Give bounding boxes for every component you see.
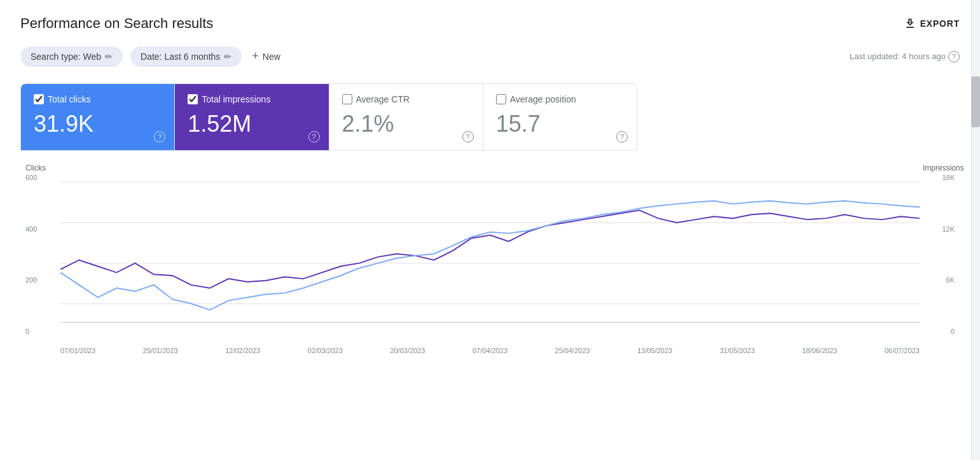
new-button[interactable]: + New: [249, 45, 283, 68]
search-type-filter[interactable]: Search type: Web ✏: [20, 46, 123, 67]
main-container: Performance on Search results EXPORT Sea…: [0, 0, 980, 460]
average-position-checkbox[interactable]: [496, 94, 506, 104]
impressions-line: [60, 210, 920, 288]
total-impressions-value: 1.52M: [188, 111, 315, 137]
y-axis-right: Impressions 18K 12K 6K 0: [923, 164, 955, 335]
x-axis-labels: 07/01/2023 25/01/2023 12/02/2023 02/03/2…: [25, 344, 955, 354]
last-updated-help-icon[interactable]: ?: [948, 51, 960, 62]
last-updated: Last updated: 4 hours ago ?: [850, 51, 960, 62]
total-clicks-help-icon[interactable]: ?: [154, 131, 165, 143]
average-ctr-help-icon[interactable]: ?: [462, 131, 474, 143]
average-ctr-value: 2.1%: [342, 111, 470, 137]
y-axis-left: Clicks 600 400 200 0: [25, 164, 57, 335]
metric-card-total-clicks[interactable]: Total clicks 31.9K ?: [21, 84, 175, 150]
page-title: Performance on Search results: [20, 15, 213, 32]
total-clicks-value: 31.9K: [34, 111, 162, 137]
average-position-value: 15.7: [496, 111, 624, 137]
chart-container: Clicks 600 400 200 0 Impressions 18K 12K…: [20, 151, 960, 354]
total-impressions-help-icon[interactable]: ?: [308, 131, 320, 143]
metric-card-total-impressions[interactable]: Total impressions 1.52M ?: [175, 84, 329, 150]
metrics-row: Total clicks 31.9K ? Total impressions 1…: [20, 83, 637, 151]
export-button[interactable]: EXPORT: [904, 17, 960, 30]
performance-chart: [25, 164, 955, 344]
total-clicks-checkbox[interactable]: [34, 94, 44, 104]
total-impressions-checkbox[interactable]: [188, 94, 198, 104]
average-ctr-checkbox[interactable]: [342, 94, 352, 104]
export-icon: [904, 17, 916, 30]
date-filter[interactable]: Date: Last 6 months ✏: [130, 46, 242, 67]
plus-icon: +: [252, 50, 259, 63]
metric-card-average-position[interactable]: Average position 15.7 ?: [483, 84, 637, 150]
metric-card-average-ctr[interactable]: Average CTR 2.1% ?: [329, 84, 483, 150]
scrollbar[interactable]: [971, 0, 980, 460]
average-position-help-icon[interactable]: ?: [616, 131, 628, 143]
filters-row: Search type: Web ✏ Date: Last 6 months ✏…: [20, 45, 960, 68]
scrollbar-thumb[interactable]: [971, 76, 980, 127]
pencil-icon-2: ✏: [224, 52, 231, 62]
header-row: Performance on Search results EXPORT: [20, 15, 960, 32]
pencil-icon: ✏: [105, 52, 113, 62]
